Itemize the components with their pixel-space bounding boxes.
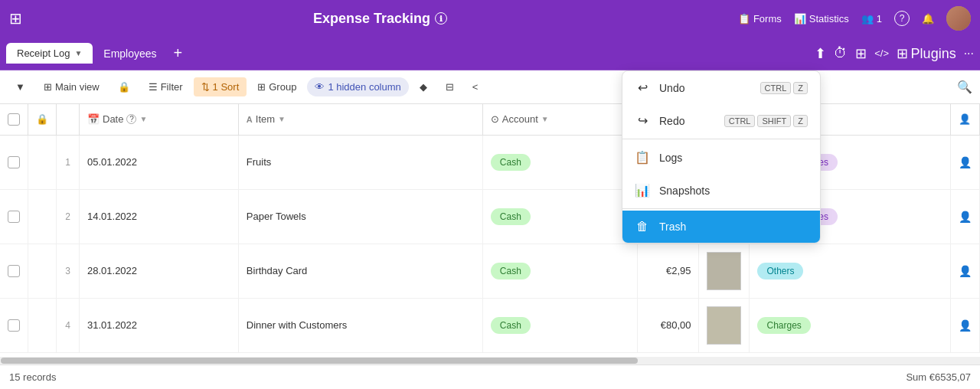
records-count: 15 records [9, 371, 56, 383]
hidden-column-button[interactable]: 👁 1 hidden column [307, 77, 408, 96]
select-all-checkbox[interactable] [8, 113, 20, 126]
share-icon[interactable]: ⬆ [815, 45, 826, 62]
top-bar: ⊞ Expense Tracking ℹ 📋 Forms 📊 Statistic… [0, 0, 980, 37]
app-title-area: Expense Tracking ℹ [22, 11, 738, 27]
table-row: 2 14.01.2022 Paper Towels Cash €1,79 Off… [0, 189, 980, 244]
more-button[interactable]: ··· [964, 47, 974, 60]
menu-redo[interactable]: ↪ Redo CTRL SHIFT Z [622, 104, 820, 137]
receipt-log-label: Receipt Log [17, 47, 70, 59]
top-bar-right: 📋 Forms 📊 Statistics 👥 1 ? 🔔 [738, 6, 971, 31]
lock-button[interactable]: 🔒 [110, 77, 138, 96]
person-icon: 👤 [959, 113, 971, 125]
avatar-image [946, 6, 971, 31]
snapshots-icon: 📊 [635, 183, 650, 198]
statistics-button[interactable]: 📊 Statistics [794, 13, 849, 25]
color-button[interactable]: ◆ [412, 77, 435, 96]
main-view-button[interactable]: ⊞ Main view [36, 77, 107, 96]
menu-logs[interactable]: 📋 Logs [622, 141, 820, 174]
redo-label: Redo [659, 115, 684, 127]
tab-bar: Receipt Log ▼ Employees + ⬆ ⏱ ⊞ </> ⊞ Pl… [0, 37, 980, 70]
tab-employees[interactable]: Employees [93, 43, 167, 64]
cell-item: Birthday Card [238, 244, 482, 298]
grid-icon[interactable]: ⊞ [9, 9, 22, 28]
tab-receipt-log[interactable]: Receipt Log ▼ [6, 43, 93, 64]
forms-label: Forms [753, 13, 782, 25]
plugins-icon: ⊞ [897, 46, 908, 61]
group-label: Group [269, 81, 296, 93]
statistics-label: Statistics [809, 13, 849, 25]
cell-account: Cash [482, 135, 638, 189]
sum-label: Sum €6535,07 [906, 371, 971, 383]
chevron-left-icon: ▼ [15, 81, 25, 93]
info-icon[interactable]: ℹ [435, 12, 447, 25]
cell-thumb [699, 244, 750, 298]
cell-category: Charges [750, 298, 951, 352]
ctrl-key2: CTRL [724, 115, 756, 127]
employees-label: Employees [103, 47, 156, 60]
bell-button[interactable]: 🔔 [922, 13, 934, 25]
forms-icon: 📋 [738, 13, 750, 25]
help-button[interactable]: ? [894, 11, 910, 26]
z-key: Z [793, 82, 808, 94]
expand-icon: < [472, 81, 479, 93]
horizontal-scrollbar[interactable] [0, 357, 980, 364]
col-item[interactable]: A Item ▼ [238, 104, 482, 135]
cell-date: 05.01.2022 [80, 135, 239, 189]
search-button[interactable]: 🔍 [957, 80, 972, 94]
sort-button[interactable]: ⇅ 1 Sort [194, 77, 247, 96]
view-chevron[interactable]: ▼ [8, 77, 33, 96]
cell-account: Cash [482, 189, 638, 244]
code-icon[interactable]: </> [874, 47, 889, 59]
cell-item: Dinner with Customers [238, 298, 482, 352]
group-icon: ⊞ [257, 81, 266, 93]
cell-thumb [699, 298, 750, 352]
history-icon[interactable]: ⏱ [834, 45, 848, 61]
plugins-button[interactable]: ⊞ Plugins [897, 45, 956, 62]
snapshots-label: Snapshots [659, 185, 710, 197]
layout-icon[interactable]: ⊞ [855, 45, 867, 62]
expand-button[interactable]: < [465, 77, 486, 96]
menu-trash[interactable]: 🗑 Trash [622, 211, 820, 243]
group-button[interactable]: ⊞ Group [250, 77, 304, 96]
statistics-icon: 📊 [794, 13, 806, 25]
help-col-icon: ? [126, 114, 136, 124]
cell-item: Fruits [238, 135, 482, 189]
menu-undo[interactable]: ↩ Undo CTRL Z [622, 71, 820, 104]
forms-button[interactable]: 📋 Forms [738, 13, 782, 25]
sort-label: 1 Sort [213, 81, 240, 93]
cell-category: Others [750, 244, 951, 298]
col-account[interactable]: ⊙ Account ▼ [482, 104, 638, 135]
cell-date: 31.01.2022 [80, 298, 239, 352]
undo-label: Undo [659, 82, 684, 94]
cell-rownum: 3 [57, 244, 80, 298]
lock-col-icon: 🔒 [36, 113, 48, 125]
add-tab-button[interactable]: + [168, 44, 189, 62]
logs-label: Logs [659, 152, 682, 164]
undo-shortcut: CTRL Z [760, 82, 808, 94]
cell-checkbox[interactable] [0, 244, 28, 298]
toolbar-right: 🔍 [957, 80, 972, 94]
row-height-button[interactable]: ⊟ [438, 77, 462, 96]
cell-checkbox[interactable] [0, 298, 28, 352]
ctrl-key: CTRL [760, 82, 792, 94]
redo-shortcut: CTRL SHIFT Z [724, 115, 808, 127]
filter-icon: ☰ [149, 81, 158, 93]
calendar-icon: 📅 [87, 113, 100, 125]
filter-button[interactable]: ☰ Filter [141, 77, 191, 96]
col-date[interactable]: 📅 Date ? ▼ [80, 104, 239, 135]
menu-snapshots[interactable]: 📊 Snapshots [622, 174, 820, 207]
users-button[interactable]: 👥 1 [861, 13, 882, 25]
table-container: 🔒 📅 Date ? ▼ A Item ▼ [0, 104, 980, 357]
cell-checkbox[interactable] [0, 189, 28, 244]
table-row: 3 28.01.2022 Birthday Card Cash €2,95 Ot… [0, 244, 980, 298]
toolbar: ▼ ⊞ Main view 🔒 ☰ Filter ⇅ 1 Sort ⊞ Grou… [0, 70, 980, 104]
account-icon: ⊙ [491, 113, 499, 125]
cell-lock [28, 135, 57, 189]
scrollbar-thumb[interactable] [1, 358, 638, 364]
app-title: Expense Tracking [313, 11, 430, 27]
z-key2: Z [793, 115, 808, 127]
menu-separator-1 [622, 139, 820, 139]
cell-checkbox[interactable] [0, 135, 28, 189]
avatar[interactable] [946, 6, 971, 31]
cell-account: Cash [482, 244, 638, 298]
